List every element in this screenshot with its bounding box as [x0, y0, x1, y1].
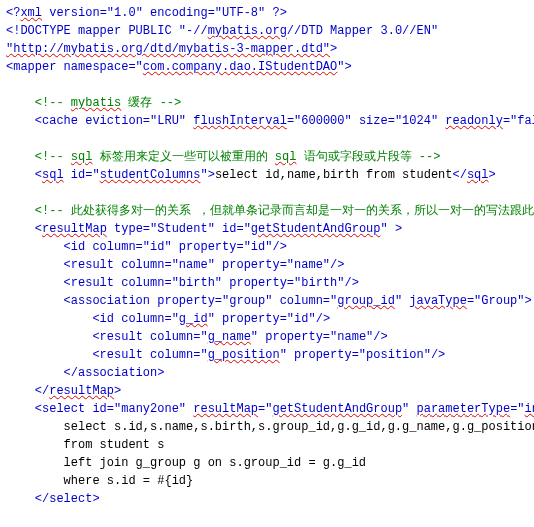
code-line: <mapper namespace="com.company.dao.IStud… — [6, 58, 528, 76]
code-line: left join g_group g on s.group_id = g.g_… — [6, 454, 528, 472]
code-line: <resultMap type="Student" id="getStudent… — [6, 220, 528, 238]
code-line: <?xml version="1.0" encoding="UTF-8" ?> — [6, 4, 528, 22]
code-line: <!-- sql 标签用来定义一些可以被重用的 sql 语句或字段或片段等 --… — [6, 148, 528, 166]
code-line — [6, 130, 528, 148]
code-line: where s.id = #{id} — [6, 472, 528, 490]
code-line: <!-- mybatis 缓存 --> — [6, 94, 528, 112]
code-block: <?xml version="1.0" encoding="UTF-8" ?><… — [6, 4, 528, 508]
code-line: <result column="birth" property="birth"/… — [6, 274, 528, 292]
code-line: <!-- 此处获得多对一的关系 ，但就单条记录而言却是一对一的关系，所以一对一的… — [6, 202, 528, 220]
code-line: <result column="g_position" property="po… — [6, 346, 528, 364]
code-line: from student s — [6, 436, 528, 454]
code-line — [6, 184, 528, 202]
code-line: <result column="name" property="name"/> — [6, 256, 528, 274]
code-line: <sql id="studentColumns">select id,name,… — [6, 166, 528, 184]
code-line: <!DOCTYPE mapper PUBLIC "-//mybatis.org/… — [6, 22, 528, 40]
code-line: <result column="g_name" property="name"/… — [6, 328, 528, 346]
code-line: "http://mybatis.org/dtd/mybatis-3-mapper… — [6, 40, 528, 58]
code-line: <cache eviction="LRU" flushInterval="600… — [6, 112, 528, 130]
code-line: </association> — [6, 364, 528, 382]
code-line — [6, 76, 528, 94]
code-line: <association property="group" column="gr… — [6, 292, 528, 310]
code-line: select s.id,s.name,s.birth,s.group_id,g.… — [6, 418, 528, 436]
code-line: <id column="g_id" property="id"/> — [6, 310, 528, 328]
code-line: </resultMap> — [6, 382, 528, 400]
code-line: <select id="many2one" resultMap="getStud… — [6, 400, 528, 418]
code-line: </select> — [6, 490, 528, 508]
code-line: <id column="id" property="id"/> — [6, 238, 528, 256]
